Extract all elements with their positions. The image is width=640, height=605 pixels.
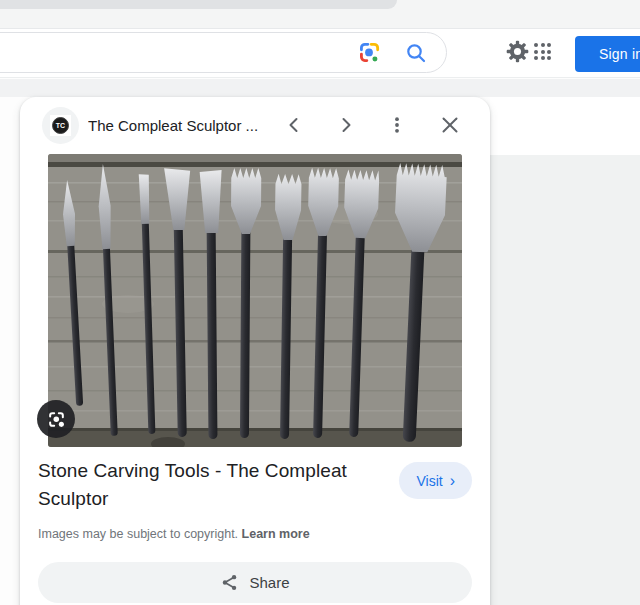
visit-button[interactable]: Visit › [399,462,472,499]
search-icon[interactable] [404,41,428,65]
panel-header: TC The Compleat Sculptor ... [20,97,490,154]
next-image-button[interactable] [326,105,366,145]
source-favicon[interactable]: TC [42,107,79,144]
search-input[interactable] [0,32,447,73]
previous-image-button[interactable] [274,105,314,145]
google-apps-grid-icon[interactable] [534,43,551,60]
result-image[interactable] [48,154,462,447]
browser-tabstrip [0,0,640,28]
page-background-right [490,155,640,605]
share-button[interactable]: Share [38,562,472,603]
more-options-icon[interactable] [377,105,417,145]
page-background-right-top [490,97,640,155]
result-title[interactable]: Stone Carving Tools - The Compleat Sculp… [38,457,378,513]
settings-gear-icon[interactable] [505,39,530,64]
copyright-notice: Images may be subject to copyright. Lear… [38,527,310,541]
close-icon[interactable] [430,105,470,145]
image-result-panel: TC The Compleat Sculptor ... [20,97,490,605]
lens-search-image-button[interactable] [37,400,75,438]
result-title-row: Stone Carving Tools - The Compleat Sculp… [38,457,472,513]
chevron-right-icon: › [450,473,455,489]
lens-icon [47,410,66,429]
google-lens-icon[interactable] [356,40,382,66]
search-header: Sign in [0,28,640,78]
browser-tab[interactable] [0,0,397,9]
page-background-band [0,79,640,97]
learn-more-link[interactable]: Learn more [242,527,310,541]
sign-in-button[interactable]: Sign in [575,36,640,72]
share-icon [220,573,239,592]
source-title[interactable]: The Compleat Sculptor ... [88,97,258,154]
source-logo: TC [52,117,69,134]
